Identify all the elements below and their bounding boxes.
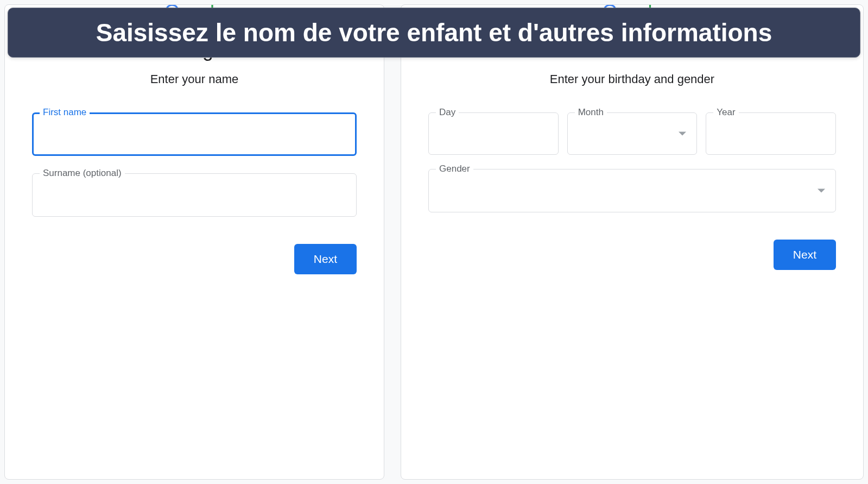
page-subtitle: Enter your birthday and gender <box>428 72 836 86</box>
month-select[interactable] <box>567 112 698 155</box>
button-row: Next <box>428 240 836 270</box>
panels-container: Google Create a Google Account Enter you… <box>0 0 868 484</box>
instruction-banner: Saisissez le nom de votre enfant et d'au… <box>8 8 860 58</box>
year-input[interactable] <box>706 112 836 155</box>
day-label: Day <box>436 107 459 118</box>
gender-field-wrapper: Gender <box>428 169 836 212</box>
button-row: Next <box>32 244 357 274</box>
first-name-label: First name <box>40 107 90 118</box>
banner-text: Saisissez le nom de votre enfant et d'au… <box>96 18 772 47</box>
create-account-panel: Google Create a Google Account Enter you… <box>4 4 384 480</box>
gender-label: Gender <box>436 164 473 174</box>
gender-select[interactable] <box>428 169 836 212</box>
surname-field-wrapper: Surname (optional) <box>32 173 357 217</box>
basic-info-panel: Google Basic information Enter your birt… <box>401 4 864 480</box>
next-button[interactable]: Next <box>774 240 836 270</box>
first-name-field-wrapper: First name <box>32 112 357 156</box>
next-button[interactable]: Next <box>294 244 357 274</box>
month-field-wrapper: Month <box>567 112 698 155</box>
surname-input[interactable] <box>32 173 357 217</box>
surname-label: Surname (optional) <box>40 168 125 179</box>
year-field-wrapper: Year <box>706 112 836 155</box>
year-label: Year <box>713 107 738 118</box>
date-of-birth-row: Day Month Year <box>428 112 836 155</box>
month-label: Month <box>575 107 607 118</box>
day-input[interactable] <box>428 112 559 155</box>
first-name-input[interactable] <box>32 112 357 156</box>
day-field-wrapper: Day <box>428 112 559 155</box>
page-subtitle: Enter your name <box>32 72 357 86</box>
